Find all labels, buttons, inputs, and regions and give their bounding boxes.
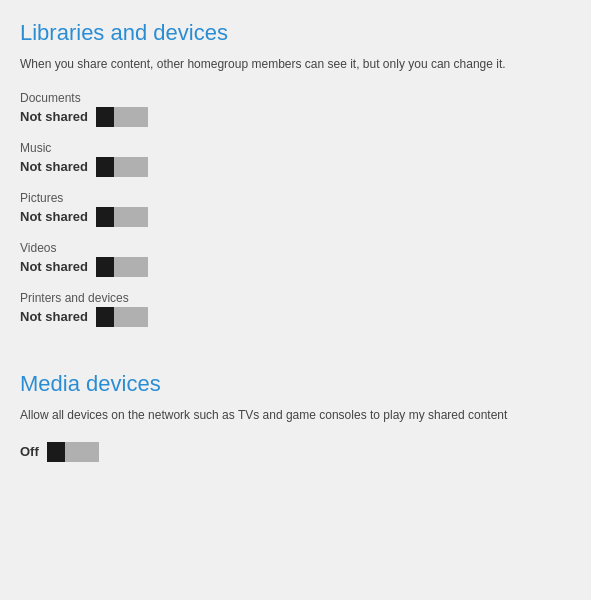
- printers-toggle-track: [96, 307, 148, 327]
- libraries-section-title: Libraries and devices: [20, 20, 571, 46]
- pictures-status: Not shared: [20, 209, 88, 224]
- videos-label: Videos: [20, 241, 571, 255]
- documents-label: Documents: [20, 91, 571, 105]
- media-section-title: Media devices: [20, 371, 571, 397]
- documents-row: Documents Not shared: [20, 91, 571, 127]
- printers-label: Printers and devices: [20, 291, 571, 305]
- media-status: Off: [20, 444, 39, 459]
- documents-toggle-knob: [96, 107, 114, 127]
- printers-row: Printers and devices Not shared: [20, 291, 571, 327]
- videos-toggle-knob: [96, 257, 114, 277]
- printers-toggle-knob: [96, 307, 114, 327]
- printers-status-row: Not shared: [20, 307, 571, 327]
- music-status-row: Not shared: [20, 157, 571, 177]
- media-toggle-knob: [47, 442, 65, 462]
- printers-status: Not shared: [20, 309, 88, 324]
- media-section-description: Allow all devices on the network such as…: [20, 407, 571, 424]
- documents-toggle[interactable]: [96, 107, 148, 127]
- pictures-status-row: Not shared: [20, 207, 571, 227]
- section-divider: [20, 341, 571, 361]
- pictures-toggle-knob: [96, 207, 114, 227]
- music-status: Not shared: [20, 159, 88, 174]
- music-label: Music: [20, 141, 571, 155]
- media-off-row: Off: [20, 442, 571, 462]
- documents-toggle-track: [96, 107, 148, 127]
- pictures-label: Pictures: [20, 191, 571, 205]
- music-toggle-track: [96, 157, 148, 177]
- videos-row: Videos Not shared: [20, 241, 571, 277]
- videos-status: Not shared: [20, 259, 88, 274]
- videos-status-row: Not shared: [20, 257, 571, 277]
- media-toggle-track: [47, 442, 99, 462]
- media-section: Media devices Allow all devices on the n…: [20, 371, 571, 462]
- videos-toggle-track: [96, 257, 148, 277]
- pictures-row: Pictures Not shared: [20, 191, 571, 227]
- music-row: Music Not shared: [20, 141, 571, 177]
- documents-status-row: Not shared: [20, 107, 571, 127]
- libraries-section-description: When you share content, other homegroup …: [20, 56, 571, 73]
- videos-toggle[interactable]: [96, 257, 148, 277]
- pictures-toggle-track: [96, 207, 148, 227]
- printers-toggle[interactable]: [96, 307, 148, 327]
- documents-status: Not shared: [20, 109, 88, 124]
- music-toggle-knob: [96, 157, 114, 177]
- libraries-section: Libraries and devices When you share con…: [20, 20, 571, 327]
- pictures-toggle[interactable]: [96, 207, 148, 227]
- music-toggle[interactable]: [96, 157, 148, 177]
- media-toggle[interactable]: [47, 442, 99, 462]
